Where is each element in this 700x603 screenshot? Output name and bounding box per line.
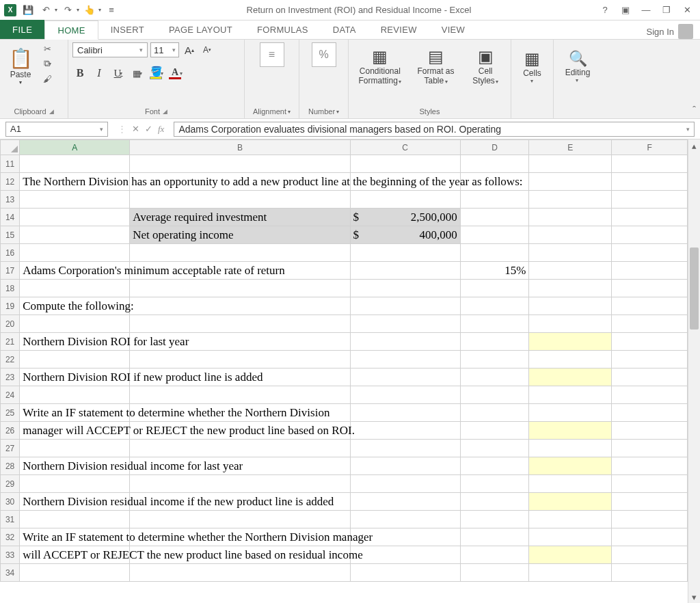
- cell-F19[interactable]: [612, 297, 688, 315]
- cell-A24[interactable]: [20, 386, 130, 404]
- cell-E32[interactable]: [529, 528, 612, 546]
- cell-B20[interactable]: [130, 315, 350, 333]
- cell-E29[interactable]: [529, 475, 612, 493]
- cell-F25[interactable]: [612, 404, 688, 422]
- cell-C13[interactable]: [350, 191, 460, 209]
- row-header-28[interactable]: 28: [1, 457, 20, 475]
- row-header-14[interactable]: 14: [1, 209, 20, 226]
- cell-A33[interactable]: will ACCEPT or REJECT the new product li…: [20, 546, 130, 564]
- cell-D15[interactable]: [460, 226, 529, 244]
- cell-A19[interactable]: Compute the following:: [20, 297, 130, 315]
- cell-E23[interactable]: [529, 368, 612, 386]
- editing-button[interactable]: 🔍 Editing▾: [561, 42, 595, 90]
- cell-A32[interactable]: Write an IF statement to determine wheth…: [20, 528, 130, 546]
- cell-B19[interactable]: [130, 297, 350, 315]
- cell-F12[interactable]: [612, 173, 688, 191]
- cell-E26[interactable]: [529, 422, 612, 440]
- tab-page-layout[interactable]: PAGE LAYOUT: [157, 20, 245, 39]
- expand-formula-bar-icon[interactable]: ▾: [686, 126, 690, 133]
- cell-A31[interactable]: [20, 511, 130, 528]
- cell-B11[interactable]: [130, 155, 350, 173]
- cell-C21[interactable]: [350, 333, 460, 351]
- column-header-F[interactable]: F: [612, 140, 688, 155]
- row-header-15[interactable]: 15: [1, 226, 20, 244]
- cell-A21[interactable]: Northern Division ROI for last year: [20, 333, 130, 351]
- cell-E16[interactable]: [529, 244, 612, 262]
- cell-C24[interactable]: [350, 386, 460, 404]
- cell-E18[interactable]: [529, 280, 612, 297]
- undo-button[interactable]: ↶: [38, 3, 53, 18]
- cell-A29[interactable]: [20, 475, 130, 493]
- cell-E28[interactable]: [529, 457, 612, 475]
- cell-F17[interactable]: [612, 262, 688, 280]
- tab-insert[interactable]: INSERT: [98, 20, 157, 39]
- cell-D28[interactable]: [460, 457, 529, 475]
- spreadsheet-grid[interactable]: ABCDEF1112The Northern Division has an o…: [0, 139, 688, 603]
- cell-E14[interactable]: [529, 209, 612, 226]
- cancel-formula-button[interactable]: ✕: [132, 124, 139, 134]
- cell-D22[interactable]: [460, 351, 529, 368]
- decrease-font-button[interactable]: A▾: [200, 42, 215, 57]
- cell-E20[interactable]: [529, 315, 612, 333]
- cell-A18[interactable]: [20, 280, 130, 297]
- cell-D20[interactable]: [460, 315, 529, 333]
- sign-in-link[interactable]: Sign In: [647, 27, 674, 37]
- cell-A14[interactable]: [20, 209, 130, 226]
- cell-A11[interactable]: [20, 155, 130, 173]
- conditional-formatting-button[interactable]: ▦ Conditional Formatting ▾: [355, 42, 405, 90]
- alignment-label[interactable]: Alignment: [253, 107, 286, 116]
- tab-file[interactable]: FILE: [0, 20, 44, 39]
- cell-F11[interactable]: [612, 155, 688, 173]
- row-header-20[interactable]: 20: [1, 315, 20, 333]
- cell-D24[interactable]: [460, 386, 529, 404]
- cell-C28[interactable]: [350, 457, 460, 475]
- cell-F14[interactable]: [612, 209, 688, 226]
- insert-function-button[interactable]: fx: [158, 124, 164, 135]
- cell-E12[interactable]: [529, 173, 612, 191]
- underline-button[interactable]: U▾: [111, 66, 126, 81]
- cell-B14[interactable]: Average required investment: [130, 209, 350, 226]
- cell-A34[interactable]: [20, 564, 130, 582]
- enter-formula-button[interactable]: ✓: [145, 124, 152, 134]
- scroll-thumb[interactable]: [690, 247, 699, 330]
- increase-font-button[interactable]: A▴: [182, 42, 197, 57]
- cell-A16[interactable]: [20, 244, 130, 262]
- cell-A26[interactable]: manager will ACCEPT or REJECT the new pr…: [20, 422, 130, 440]
- cell-A20[interactable]: [20, 315, 130, 333]
- excel-icon[interactable]: X: [3, 3, 18, 18]
- select-all-cell[interactable]: [1, 140, 20, 155]
- cell-D19[interactable]: [460, 297, 529, 315]
- cell-F16[interactable]: [612, 244, 688, 262]
- row-header-23[interactable]: 23: [1, 368, 20, 386]
- cell-A22[interactable]: [20, 351, 130, 368]
- cell-A25[interactable]: Write an IF statement to determine wheth…: [20, 404, 130, 422]
- cell-D25[interactable]: [460, 404, 529, 422]
- cell-D13[interactable]: [460, 191, 529, 209]
- cell-B22[interactable]: [130, 351, 350, 368]
- cell-D11[interactable]: [460, 155, 529, 173]
- cells-button[interactable]: ▦ Cells▾: [517, 42, 548, 90]
- row-header-16[interactable]: 16: [1, 244, 20, 262]
- cell-C29[interactable]: [350, 475, 460, 493]
- tab-formulas[interactable]: FORMULAS: [245, 20, 321, 39]
- cell-B34[interactable]: [130, 564, 350, 582]
- row-header-18[interactable]: 18: [1, 280, 20, 297]
- tab-review[interactable]: REVIEW: [368, 20, 429, 39]
- row-header-34[interactable]: 34: [1, 564, 20, 582]
- cell-F34[interactable]: [612, 564, 688, 582]
- cell-F33[interactable]: [612, 546, 688, 564]
- column-header-B[interactable]: B: [130, 140, 350, 155]
- name-box[interactable]: A1▾: [5, 122, 108, 137]
- format-as-table-button[interactable]: ▤ Format as Table ▾: [414, 42, 457, 90]
- font-dialog-launcher[interactable]: ◢: [163, 108, 167, 115]
- cell-C27[interactable]: [350, 440, 460, 457]
- fill-color-button[interactable]: 🪣▾: [149, 66, 164, 81]
- row-header-13[interactable]: 13: [1, 191, 20, 209]
- cell-A13[interactable]: [20, 191, 130, 209]
- row-header-22[interactable]: 22: [1, 351, 20, 368]
- formula-input[interactable]: Adams Corporation evaluates divisional m…: [174, 122, 695, 137]
- cell-E25[interactable]: [529, 404, 612, 422]
- cell-F31[interactable]: [612, 511, 688, 528]
- cell-A17[interactable]: Adams Corporation's minimum acceptable r…: [20, 262, 130, 280]
- collapse-ribbon-button[interactable]: ˆ: [692, 105, 696, 116]
